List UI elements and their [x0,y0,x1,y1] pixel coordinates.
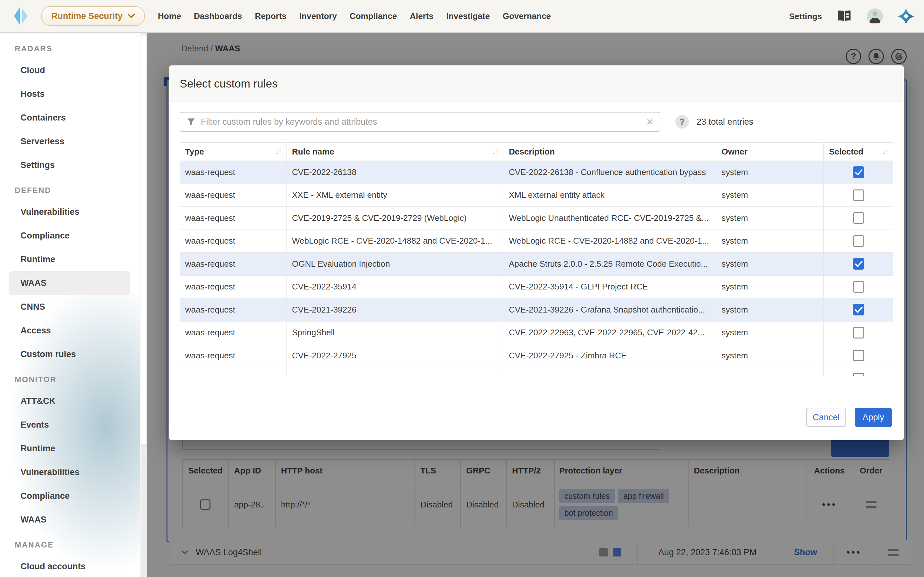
cancel-button[interactable]: Cancel [806,408,846,427]
filter-funnel-icon [187,117,196,126]
sidebar-item-vulnerabilities[interactable]: Vulnerabilities [9,460,130,484]
sidebar-item-cloud[interactable]: Cloud [9,58,130,82]
rule-description: CVE-2022-35914 - GLPI Project RCE [503,276,716,298]
rule-owner: system [716,230,824,253]
header-type[interactable]: Type ↓↑ [180,143,286,161]
select-custom-rules-modal: Select custom rules Filter custom rules … [169,65,904,440]
top-navigation-bar: Runtime Security Home Dashboards Reports… [0,0,924,33]
rule-type: waas-request [180,207,286,229]
sidebar-section-monitor: MONITORATT&CKEventsRuntimeVulnerabilitie… [0,370,140,532]
rule-type: waas-request [180,230,286,253]
rule-type [180,367,286,376]
custom-rules-table: Type ↓↑ Rule name ↓↑ Description Owner S… [180,142,893,376]
nav-item-dashboards[interactable]: Dashboards [194,11,242,21]
nav-item-compliance[interactable]: Compliance [350,11,397,21]
nav-item-home[interactable]: Home [158,11,181,21]
rule-name: SpringShell [286,322,503,344]
rule-type: waas-request [180,253,286,276]
header-description[interactable]: Description [503,143,716,161]
sidebar-scrollbar-thumb[interactable] [141,35,146,446]
product-name: Runtime Security [51,11,123,21]
clear-filter-icon[interactable]: × [646,116,653,127]
sidebar-item-cloud-accounts[interactable]: Cloud accounts [9,554,130,577]
rule-checkbox[interactable] [853,166,864,178]
sidebar-item-cnns[interactable]: CNNS [9,295,130,319]
header-selected[interactable]: Selected ↓↑ [824,143,893,161]
product-switcher[interactable]: Runtime Security [41,6,145,26]
rule-name: CVE-2021-39226 [286,298,503,321]
sidebar-section-title: DEFEND [0,181,140,200]
custom-rule-row[interactable]: waas-request SpringShell CVE-2022-22963,… [180,322,893,345]
sidebar-item-access[interactable]: Access [9,319,130,342]
rule-owner: system [716,161,824,184]
prisma-cloud-logo-icon[interactable] [898,8,914,25]
rule-type: waas-request [180,322,286,344]
sidebar-item-custom-rules[interactable]: Custom rules [9,342,130,366]
custom-rule-row[interactable]: waas-request CVE-2021-39226 CVE-2021-392… [180,298,893,322]
custom-rule-row[interactable]: waas-request OGNL Evaluation Injection A… [180,253,893,276]
rule-checkbox[interactable] [853,304,864,316]
rules-filter-input[interactable]: Filter custom rules by keywords and attr… [180,112,660,132]
nav-item-investigate[interactable]: Investigate [446,11,490,21]
rule-description: CVE-2022-26138 - Confluence authenticati… [503,161,716,184]
header-rule-name[interactable]: Rule name ↓↑ [286,143,503,161]
sidebar-item-waas[interactable]: WAAS [9,508,130,532]
custom-rule-row[interactable]: waas-request CVE-2019-2725 & CVE-2019-27… [180,207,893,230]
custom-rule-row[interactable] [180,367,893,376]
custom-rule-row[interactable]: waas-request CVE-2022-27925 CVE-2022-279… [180,344,893,367]
sidebar-item-hosts[interactable]: Hosts [9,82,130,106]
sidebar-item-compliance[interactable]: Compliance [9,224,130,247]
rule-checkbox[interactable] [853,350,864,361]
apply-button[interactable]: Apply [855,408,892,427]
sidebar-item-vulnerabilities[interactable]: Vulnerabilities [9,200,130,224]
sidebar-section-title: RADARS [0,39,140,58]
rule-checkbox[interactable] [853,281,864,293]
rule-description [503,367,716,376]
user-avatar[interactable] [867,8,883,24]
rule-owner: system [716,207,824,229]
sidebar-item-containers[interactable]: Containers [9,106,130,129]
rule-checkbox[interactable] [853,212,864,224]
docs-book-icon[interactable] [837,10,852,23]
total-entries-label: 23 total entries [696,115,753,129]
nav-item-alerts[interactable]: Alerts [410,11,433,21]
nav-item-reports[interactable]: Reports [255,11,286,21]
custom-rule-row[interactable]: waas-request WebLogic RCE - CVE-2020-148… [180,230,893,253]
sort-icon[interactable]: ↓↑ [275,147,281,156]
rule-owner: system [716,344,824,367]
custom-rule-row[interactable]: waas-request XXE - XML external entity X… [180,184,893,207]
sidebar-section-defend: DEFENDVulnerabilitiesComplianceRuntimeWA… [0,181,140,366]
custom-rule-row[interactable]: waas-request CVE-2022-35914 CVE-2022-359… [180,276,893,299]
rule-name [286,367,503,376]
rule-type: waas-request [180,184,286,207]
filter-help-icon[interactable]: ? [675,115,689,129]
sidebar-item-runtime[interactable]: Runtime [9,247,130,271]
filter-placeholder: Filter custom rules by keywords and attr… [201,117,646,127]
sort-icon[interactable]: ↓↑ [882,147,888,156]
rule-description: CVE-2022-27925 - Zimbra RCE [503,344,716,367]
rule-checkbox[interactable] [853,235,864,247]
sidebar-item-waas[interactable]: WAAS [9,271,130,295]
sort-icon[interactable]: ↓↑ [492,147,498,156]
sidebar-item-runtime[interactable]: Runtime [9,437,130,460]
compute-logo-icon [12,6,29,26]
nav-item-inventory[interactable]: Inventory [299,11,337,21]
rule-description: WebLogic Unauthenticated RCE- CVE-2019-2… [503,207,716,229]
rule-checkbox[interactable] [853,258,864,269]
custom-rule-row[interactable]: waas-request CVE-2022-26138 CVE-2022-261… [180,161,893,184]
chevron-down-icon [128,14,135,18]
sidebar-item-serverless[interactable]: Serverless [9,129,130,153]
settings-link[interactable]: Settings [789,11,822,21]
rule-checkbox[interactable] [853,373,864,376]
nav-item-governance[interactable]: Governance [503,11,551,21]
sidebar-item-events[interactable]: Events [9,413,130,437]
sidebar-item-att-ck[interactable]: ATT&CK [9,389,130,413]
rule-checkbox[interactable] [853,327,864,338]
header-owner[interactable]: Owner [716,143,824,161]
sidebar: RADARSCloudHostsContainersServerlessSett… [0,33,140,577]
sidebar-item-settings[interactable]: Settings [9,153,130,177]
rule-checkbox[interactable] [853,189,864,201]
rule-owner: system [716,253,824,276]
rule-owner: system [716,298,824,321]
sidebar-item-compliance[interactable]: Compliance [9,484,130,508]
